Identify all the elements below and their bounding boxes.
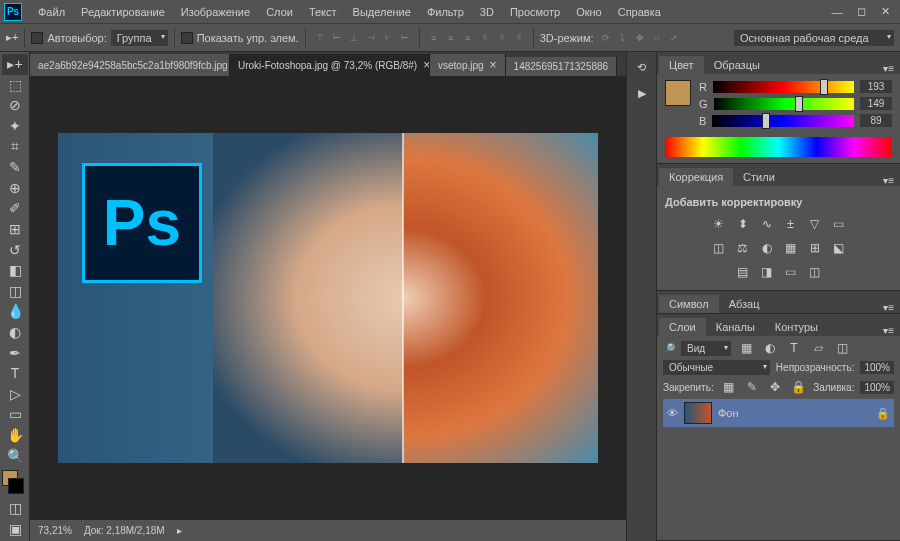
eraser-tool[interactable]: ◧ [2, 260, 28, 281]
minimize-button[interactable]: — [826, 4, 848, 20]
pen-tool[interactable]: ✒ [2, 342, 28, 363]
canvas[interactable]: Ps [58, 133, 598, 463]
lock-position-icon[interactable]: ✥ [766, 379, 783, 395]
close-icon[interactable]: × [490, 58, 497, 72]
move-tool[interactable]: ▸+ [2, 54, 28, 75]
autoselect-dropdown[interactable]: Группа [111, 30, 168, 46]
autoselect-checkbox[interactable] [31, 32, 43, 44]
menu-edit[interactable]: Редактирование [73, 4, 173, 20]
filter-icon[interactable]: 🔎 [663, 343, 675, 354]
healing-tool[interactable]: ⊕ [2, 178, 28, 199]
filter-shape-icon[interactable]: ▱ [809, 340, 827, 356]
vibrance-icon[interactable]: ▽ [806, 216, 824, 232]
align-bottom-icon[interactable]: ⊥ [346, 30, 362, 46]
color-swatches[interactable] [2, 470, 27, 494]
align-vcenter-icon[interactable]: ⊢ [329, 30, 345, 46]
panel-menu-icon[interactable]: ▾≡ [877, 302, 900, 313]
dist-right-icon[interactable]: ⫴ [511, 30, 527, 46]
gradient-tool[interactable]: ◫ [2, 281, 28, 302]
doc-size[interactable]: Док: 2,18M/2,18M [84, 525, 165, 536]
align-right-icon[interactable]: ⊢ [397, 30, 413, 46]
tab-adjustments[interactable]: Коррекция [659, 168, 733, 186]
zoom-level[interactable]: 73,21% [38, 525, 72, 536]
panel-menu-icon[interactable]: ▾≡ [877, 175, 900, 186]
tab-paths[interactable]: Контуры [765, 318, 828, 336]
levels-icon[interactable]: ⬍ [734, 216, 752, 232]
history-brush-tool[interactable]: ↺ [2, 239, 28, 260]
filter-smart-icon[interactable]: ◫ [833, 340, 851, 356]
dist-top-icon[interactable]: ≡ [426, 30, 442, 46]
maximize-button[interactable]: ◻ [850, 4, 872, 20]
photo-filter-icon[interactable]: ◐ [758, 240, 776, 256]
menu-image[interactable]: Изображение [173, 4, 258, 20]
quickmask-toggle[interactable]: ◫ [2, 498, 28, 519]
g-slider[interactable] [714, 98, 854, 110]
hue-icon[interactable]: ▭ [830, 216, 848, 232]
fill-input[interactable]: 100% [860, 381, 894, 394]
blur-tool[interactable]: 💧 [2, 301, 28, 322]
close-button[interactable]: ✕ [874, 4, 896, 20]
3d-slide-icon[interactable]: ↔ [649, 30, 665, 46]
align-left-icon[interactable]: ⊣ [363, 30, 379, 46]
marquee-tool[interactable]: ⬚ [2, 75, 28, 96]
exposure-icon[interactable]: ± [782, 216, 800, 232]
menu-window[interactable]: Окно [568, 4, 610, 20]
dist-left-icon[interactable]: ⫴ [477, 30, 493, 46]
eyedropper-tool[interactable]: ✎ [2, 157, 28, 178]
lock-transparent-icon[interactable]: ▦ [720, 379, 737, 395]
menu-filter[interactable]: Фильтр [419, 4, 472, 20]
color-spectrum[interactable] [665, 137, 892, 157]
balance-icon[interactable]: ⚖ [734, 240, 752, 256]
workspace-selector[interactable]: Основная рабочая среда [734, 30, 894, 46]
tab-paragraph[interactable]: Абзац [719, 295, 770, 313]
menu-layer[interactable]: Слои [258, 4, 301, 20]
filter-type-icon[interactable]: T [785, 340, 803, 356]
layer-name[interactable]: Фон [718, 407, 739, 419]
tab-channels[interactable]: Каналы [706, 318, 765, 336]
channel-mixer-icon[interactable]: ▦ [782, 240, 800, 256]
shape-tool[interactable]: ▭ [2, 404, 28, 425]
doc-tab-2[interactable]: vsetop.jpg× [430, 54, 506, 76]
blend-mode-dropdown[interactable]: Обычные [663, 360, 770, 375]
dist-hcenter-icon[interactable]: ⫴ [494, 30, 510, 46]
r-slider[interactable] [713, 81, 854, 93]
doc-tab-0[interactable]: ae2a6b92e94258a5bc5c2a1bf980f9fcb.jpg× [30, 54, 230, 76]
g-value[interactable]: 149 [860, 97, 892, 110]
brush-tool[interactable]: ✐ [2, 198, 28, 219]
tab-layers[interactable]: Слои [659, 318, 706, 336]
menu-view[interactable]: Просмотр [502, 4, 568, 20]
path-tool[interactable]: ▷ [2, 384, 28, 405]
3d-scale-icon[interactable]: ⤢ [666, 30, 682, 46]
dist-vcenter-icon[interactable]: ≡ [443, 30, 459, 46]
menu-type[interactable]: Текст [301, 4, 345, 20]
type-tool[interactable]: T [2, 363, 28, 384]
tab-swatches[interactable]: Образцы [704, 56, 770, 74]
posterize-icon[interactable]: ▤ [734, 264, 752, 280]
screenmode-toggle[interactable]: ▣ [2, 518, 28, 539]
lock-pixels-icon[interactable]: ✎ [743, 379, 760, 395]
layer-thumbnail[interactable] [684, 402, 712, 424]
history-panel-icon[interactable]: ⟲ [631, 56, 653, 78]
b-value[interactable]: 89 [860, 114, 892, 127]
zoom-tool[interactable]: 🔍 [2, 445, 28, 466]
curves-icon[interactable]: ∿ [758, 216, 776, 232]
lock-all-icon[interactable]: 🔒 [790, 379, 807, 395]
layer-filter-dropdown[interactable]: Вид [681, 341, 731, 356]
canvas-viewport[interactable]: Ps [30, 76, 626, 519]
menu-file[interactable]: Файл [30, 4, 73, 20]
selective-color-icon[interactable]: ◫ [806, 264, 824, 280]
panel-menu-icon[interactable]: ▾≡ [877, 325, 900, 336]
3d-roll-icon[interactable]: ⤵ [615, 30, 631, 46]
menu-help[interactable]: Справка [610, 4, 669, 20]
menu-select[interactable]: Выделение [345, 4, 419, 20]
close-icon[interactable]: × [423, 58, 430, 72]
3d-rotate-icon[interactable]: ⟳ [598, 30, 614, 46]
background-swatch[interactable] [8, 478, 24, 494]
current-color-swatch[interactable] [665, 80, 691, 106]
panel-menu-icon[interactable]: ▾≡ [877, 63, 900, 74]
tab-styles[interactable]: Стили [733, 168, 785, 186]
r-value[interactable]: 193 [860, 80, 892, 93]
visibility-icon[interactable]: 👁 [667, 407, 678, 419]
wand-tool[interactable]: ✦ [2, 116, 28, 137]
lasso-tool[interactable]: ⊘ [2, 95, 28, 116]
